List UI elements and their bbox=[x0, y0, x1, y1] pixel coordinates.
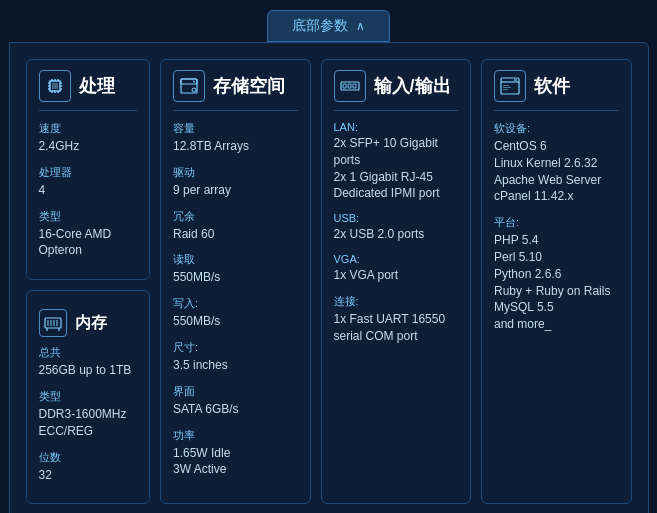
read-label: 读取 bbox=[173, 252, 298, 267]
software-icon bbox=[494, 70, 526, 102]
storage-icon bbox=[173, 70, 205, 102]
top-tab[interactable]: 底部参数 ∧ bbox=[267, 10, 390, 42]
drive-label: 驱动 bbox=[173, 165, 298, 180]
redundancy-label: 冗余 bbox=[173, 209, 298, 224]
vga-value: 1x VGA port bbox=[334, 267, 459, 284]
svg-rect-15 bbox=[47, 320, 49, 326]
power-label: 功率 bbox=[173, 428, 298, 443]
interface-value: SATA 6GB/s bbox=[173, 401, 298, 418]
soft-devices-value: CentOS 6 Linux Kernel 2.6.32 Apache Web … bbox=[494, 138, 619, 205]
svg-rect-33 bbox=[503, 87, 511, 88]
platform-value: PHP 5.4 Perl 5.10 Python 2.6.6 Ruby + Ru… bbox=[494, 232, 619, 333]
svg-rect-26 bbox=[343, 84, 346, 88]
drive-value: 9 per array bbox=[173, 182, 298, 199]
memory-bits-label: 位数 bbox=[39, 450, 138, 465]
lan-value: 2x SFP+ 10 Gigabitports2x 1 Gigabit RJ-4… bbox=[334, 135, 459, 202]
io-title: 输入/输出 bbox=[374, 74, 451, 98]
write-label: 写入: bbox=[173, 296, 298, 311]
type-value: 16-Core AMDOpteron bbox=[39, 226, 138, 260]
write-value: 550MB/s bbox=[173, 313, 298, 330]
interface-label: 界面 bbox=[173, 384, 298, 399]
svg-rect-17 bbox=[53, 320, 55, 326]
svg-rect-16 bbox=[50, 320, 52, 326]
soft-devices-label: 软设备: bbox=[494, 121, 619, 136]
memory-bits-value: 32 bbox=[39, 467, 138, 484]
speed-value: 2.4GHz bbox=[39, 138, 138, 155]
processing-panel: 处理 速度 2.4GHz 处理器 4 类型 16-Core AMDOpteron bbox=[26, 59, 151, 280]
memory-type-label: 类型 bbox=[39, 389, 138, 404]
svg-point-24 bbox=[192, 88, 196, 92]
lan-label: LAN: bbox=[334, 121, 459, 133]
memory-total-value: 256GB up to 1TB bbox=[39, 362, 138, 379]
svg-rect-1 bbox=[52, 83, 58, 89]
svg-rect-28 bbox=[353, 84, 356, 88]
memory-total-label: 总共 bbox=[39, 345, 138, 360]
tab-label: 底部参数 bbox=[292, 17, 348, 35]
io-panel: 输入/输出 LAN: 2x SFP+ 10 Gigabitports2x 1 G… bbox=[321, 59, 472, 504]
size-label: 尺寸: bbox=[173, 340, 298, 355]
usb-value: 2x USB 2.0 ports bbox=[334, 226, 459, 243]
serial-label: 连接: bbox=[334, 294, 459, 309]
power-value: 1.65W Idle3W Active bbox=[173, 445, 298, 479]
speed-label: 速度 bbox=[39, 121, 138, 136]
software-title: 软件 bbox=[534, 74, 570, 98]
chevron-icon: ∧ bbox=[356, 19, 365, 33]
svg-rect-32 bbox=[503, 85, 509, 86]
io-icon bbox=[334, 70, 366, 102]
memory-icon bbox=[39, 309, 67, 337]
processor-value: 4 bbox=[39, 182, 138, 199]
capacity-value: 12.8TB Arrays bbox=[173, 138, 298, 155]
storage-title: 存储空间 bbox=[213, 74, 285, 98]
svg-rect-31 bbox=[514, 79, 517, 81]
memory-panel: 内存 总共 256GB up to 1TB 类型 DDR3-1600MHzECC… bbox=[26, 290, 151, 504]
size-value: 3.5 inches bbox=[173, 357, 298, 374]
vga-label: VGA: bbox=[334, 253, 459, 265]
type-label: 类型 bbox=[39, 209, 138, 224]
memory-title: 内存 bbox=[75, 313, 107, 334]
memory-type-value: DDR3-1600MHzECC/REG bbox=[39, 406, 138, 440]
svg-rect-18 bbox=[56, 320, 58, 326]
main-content: 处理 速度 2.4GHz 处理器 4 类型 16-Core AMDOpteron bbox=[9, 42, 649, 513]
serial-value: 1x Fast UART 16550serial COM port bbox=[334, 311, 459, 345]
svg-rect-27 bbox=[348, 84, 351, 88]
software-panel: 软件 软设备: CentOS 6 Linux Kernel 2.6.32 Apa… bbox=[481, 59, 632, 504]
usb-label: USB: bbox=[334, 212, 459, 224]
processing-title: 处理 bbox=[79, 74, 115, 98]
svg-rect-34 bbox=[503, 89, 508, 90]
platform-label: 平台: bbox=[494, 215, 619, 230]
read-value: 550MB/s bbox=[173, 269, 298, 286]
storage-panel: 存储空间 容量 12.8TB Arrays 驱动 9 per array 冗余 … bbox=[160, 59, 311, 504]
redundancy-value: Raid 60 bbox=[173, 226, 298, 243]
svg-point-23 bbox=[193, 81, 195, 83]
capacity-label: 容量 bbox=[173, 121, 298, 136]
processing-icon bbox=[39, 70, 71, 102]
left-column: 处理 速度 2.4GHz 处理器 4 类型 16-Core AMDOpteron bbox=[26, 59, 151, 504]
processor-label: 处理器 bbox=[39, 165, 138, 180]
